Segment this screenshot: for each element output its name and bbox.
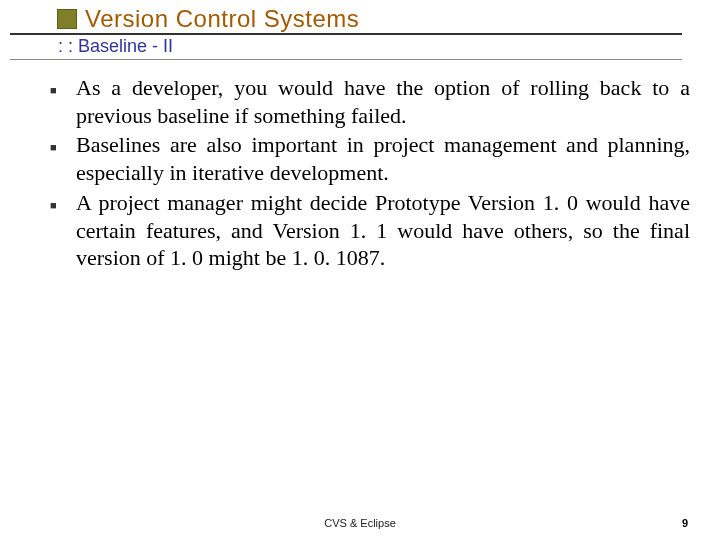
- slide-subtitle: : : Baseline - II: [58, 36, 173, 57]
- list-item: ■ Baselines are also important in projec…: [48, 131, 690, 186]
- list-item: ■ A project manager might decide Prototy…: [48, 189, 690, 272]
- slide-title: Version Control Systems: [85, 5, 359, 33]
- bullet-text: Baselines are also important in project …: [76, 131, 690, 186]
- title-underline: [10, 33, 682, 35]
- subtitle-underline: [10, 59, 682, 60]
- bullet-icon: ■: [48, 131, 76, 186]
- footer-center: CVS & Eclipse: [0, 517, 720, 529]
- page-number: 9: [682, 517, 688, 529]
- body-content: ■ As a developer, you would have the opt…: [48, 74, 690, 274]
- bullet-text: A project manager might decide Prototype…: [76, 189, 690, 272]
- title-bar: Version Control Systems: [57, 5, 359, 33]
- bullet-text: As a developer, you would have the optio…: [76, 74, 690, 129]
- title-decor-box: [57, 9, 77, 29]
- list-item: ■ As a developer, you would have the opt…: [48, 74, 690, 129]
- bullet-icon: ■: [48, 74, 76, 129]
- slide: Version Control Systems : : Baseline - I…: [0, 0, 720, 540]
- bullet-icon: ■: [48, 189, 76, 272]
